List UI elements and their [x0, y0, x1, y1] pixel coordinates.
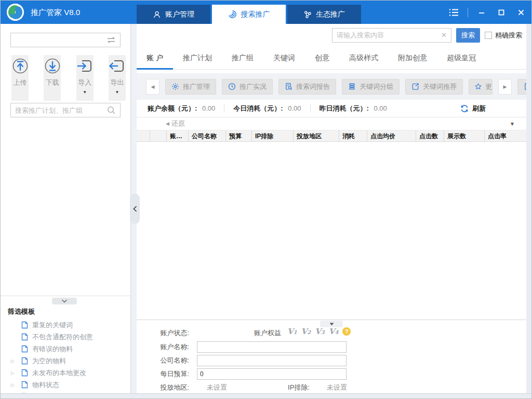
account-switcher[interactable] [10, 33, 121, 47]
top-nav: 账户管理 搜索推广 生态推 [137, 5, 363, 24]
tab-advanced-style[interactable]: 高级样式 [339, 46, 388, 69]
list-item[interactable]: ▷ 为空的物料 [1, 355, 130, 367]
upload-button[interactable]: 上传 [11, 55, 29, 101]
document-icon [21, 369, 28, 377]
right-gutter [526, 24, 532, 393]
list-item-label: 有错误的物料 [32, 344, 73, 354]
document-search-icon [285, 83, 292, 90]
column-header-region[interactable]: 投放地区 [294, 130, 339, 141]
list-item[interactable]: 不包含通配符的创意 [1, 331, 130, 343]
table-header: 账… 公司名称 预算 IP排除 投放地区 消耗 点击均价 点击数 展示数 点击率 [137, 130, 526, 142]
column-header-budget[interactable]: 预算 [226, 130, 252, 141]
toolbar-button-label: 关键词分组 [360, 82, 393, 91]
keyword-recommend-button[interactable]: 关键词推荐 [405, 79, 463, 95]
expand-triangle-icon[interactable]: ▷ [11, 358, 15, 364]
tab-keyword[interactable]: 关键词 [263, 46, 305, 69]
column-header-company[interactable]: 公司名称 [189, 130, 226, 141]
search-button[interactable]: 搜索 [456, 28, 480, 43]
tab-account-management[interactable]: 账户管理 [137, 5, 210, 24]
column-header-clicks[interactable]: 点击数 [416, 130, 444, 141]
column-header[interactable] [150, 130, 167, 141]
tab-eco-promotion[interactable]: 生态推广 [287, 5, 361, 24]
document-icon [21, 381, 28, 389]
account-name-field[interactable] [197, 341, 347, 353]
collapse-templates-button[interactable] [52, 298, 77, 304]
vip-badge-v3: V3 [315, 327, 325, 336]
search-term-report-button[interactable]: 搜索词报告 [278, 79, 336, 95]
region-value[interactable]: 未设置 [207, 383, 227, 392]
chevron-left-icon [133, 206, 137, 212]
column-header[interactable] [137, 130, 150, 141]
column-filter-icon[interactable]: ▼ [510, 121, 515, 127]
more-tools-button[interactable]: 更 [469, 79, 493, 95]
spacer [137, 70, 526, 73]
expand-triangle-icon[interactable]: ▷ [11, 382, 15, 388]
yesterday-cost-stat: 昨日消耗（元）: 0.00 [320, 104, 387, 113]
tab-super-crown[interactable]: 超级皇冠 [437, 46, 486, 69]
download-button[interactable]: 下载 [44, 55, 61, 101]
toolbar-button-label: 推广实况 [240, 82, 267, 91]
stat-value: 0.00 [202, 104, 215, 112]
column-header-ip-exclude[interactable]: IP排除 [252, 130, 294, 141]
action-label: 上传 [14, 78, 27, 87]
column-header-ctr[interactable]: 点击率 [485, 130, 526, 141]
list-item[interactable]: ▷ 物料状态 [1, 379, 130, 391]
tab-adgroup[interactable]: 推广组 [222, 46, 263, 69]
import-icon [75, 57, 94, 75]
filter-templates-list: 重复的关键词 不包含通配符的创意 有错误的物料 [1, 319, 130, 399]
daily-budget-field[interactable] [197, 368, 347, 380]
list-item[interactable]: 重复的关键词 [1, 319, 130, 331]
tab-campaign[interactable]: 推广计划 [173, 46, 222, 69]
close-button[interactable] [515, 6, 527, 19]
content-search-input[interactable] [337, 31, 441, 39]
toolbar-button-label: 关键词推荐 [423, 82, 457, 91]
clear-search-icon[interactable]: ✕ [441, 31, 447, 39]
exact-search-option: 精确搜索 [485, 31, 522, 40]
app-logo-icon [7, 4, 24, 21]
list-item-label: 未发布的本地更改 [32, 368, 86, 378]
list-group-icon [348, 83, 356, 90]
tab-creative[interactable]: 创意 [305, 46, 339, 69]
table-body [137, 142, 526, 320]
menu-icon[interactable] [448, 6, 460, 19]
list-item[interactable]: 有错误的物料 [1, 343, 130, 355]
column-header-impressions[interactable]: 展示数 [444, 130, 485, 141]
export-button[interactable]: 导出 ▼ [109, 55, 126, 101]
help-icon[interactable]: ? [342, 327, 351, 336]
promotion-manage-button[interactable]: 推广管理 [165, 79, 216, 95]
chevron-down-icon: ▼ [115, 90, 119, 95]
ip-exclude-label: IP排除: [281, 383, 310, 392]
main-panel: ✕ 搜索 精确搜索 账 户 推广计划 推广组 关键词 创意 高级样式 附加创意 … [137, 24, 526, 393]
toolbar-scroll-right-button[interactable]: ▶ [498, 79, 512, 95]
keyword-group-button[interactable]: 关键词分组 [342, 79, 400, 95]
expand-triangle-icon[interactable]: ▷ [11, 370, 15, 376]
document-icon [21, 321, 28, 329]
column-header-avg-click-price[interactable]: 点击均价 [367, 130, 416, 141]
app-title: 推广管家 V8.0 [31, 1, 80, 24]
ip-exclude-value[interactable]: 未设置 [327, 383, 347, 392]
tab-account[interactable]: 账 户 [137, 46, 173, 69]
column-header-account[interactable]: 账… [167, 130, 189, 141]
maximize-button[interactable] [495, 6, 508, 19]
tab-extended-creative[interactable]: 附加创意 [388, 46, 437, 69]
action-label: 导入 [78, 78, 91, 87]
action-label: 下载 [46, 78, 59, 87]
search-row: ✕ 搜索 精确搜索 [137, 24, 526, 46]
tab-search-promotion[interactable]: 搜索推广 [212, 5, 286, 24]
window-controls [448, 1, 527, 24]
minimize-button[interactable] [475, 6, 488, 19]
company-name-field[interactable] [197, 355, 347, 366]
account-rights-label: 账户权益 [254, 328, 281, 338]
action-label: 导出 [110, 78, 124, 87]
list-item[interactable]: ▷ 未发布的本地更改 [1, 367, 130, 379]
promotion-live-button[interactable]: 推广实况 [222, 79, 273, 95]
collapse-sidebar-handle[interactable] [130, 194, 140, 224]
refresh-button[interactable]: 刷新 [460, 104, 486, 113]
plan-search-input[interactable] [15, 107, 107, 114]
restore-button[interactable]: ◀ 还原 [166, 119, 185, 128]
toolbar-scroll-left-button[interactable]: ◀ [146, 79, 159, 95]
exact-search-checkbox[interactable] [485, 32, 492, 39]
document-icon [21, 333, 28, 341]
column-header-cost[interactable]: 消耗 [339, 130, 367, 141]
import-button[interactable]: 导入 ▼ [76, 55, 94, 101]
